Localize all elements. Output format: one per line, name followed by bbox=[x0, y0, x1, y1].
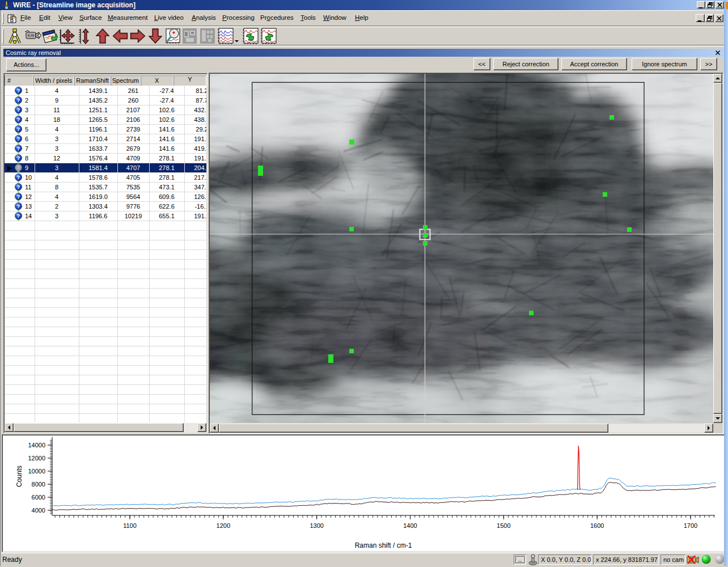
svg-text:Raman shift / cm-1: Raman shift / cm-1 bbox=[355, 541, 412, 549]
svg-text:10000: 10000 bbox=[28, 468, 45, 475]
svg-text:1100: 1100 bbox=[123, 522, 137, 529]
svg-text:1500: 1500 bbox=[497, 522, 510, 529]
svg-text:14000: 14000 bbox=[28, 442, 45, 448]
svg-text:1700: 1700 bbox=[684, 522, 697, 529]
svg-text:?: ? bbox=[17, 174, 20, 180]
svg-text:6000: 6000 bbox=[32, 494, 45, 501]
svg-text:?: ? bbox=[17, 87, 20, 94]
svg-text:1200: 1200 bbox=[217, 522, 230, 529]
svg-text:4000: 4000 bbox=[32, 507, 45, 514]
svg-text:?: ? bbox=[17, 164, 20, 171]
svg-text:?: ? bbox=[17, 213, 20, 219]
svg-text:Counts: Counts bbox=[15, 466, 23, 487]
svg-text:?: ? bbox=[17, 107, 20, 113]
svg-text:?: ? bbox=[17, 193, 20, 200]
svg-text:?: ? bbox=[17, 145, 20, 151]
svg-text:1400: 1400 bbox=[403, 522, 417, 529]
svg-text:?: ? bbox=[17, 97, 20, 103]
svg-text:?: ? bbox=[17, 203, 20, 209]
svg-text:?: ? bbox=[17, 155, 20, 161]
svg-text:12000: 12000 bbox=[28, 455, 45, 462]
svg-text:?: ? bbox=[17, 136, 20, 142]
svg-text:?: ? bbox=[17, 116, 20, 122]
svg-text:1600: 1600 bbox=[590, 522, 604, 529]
svg-text:?: ? bbox=[17, 126, 20, 132]
svg-text:8000: 8000 bbox=[32, 481, 45, 488]
svg-text:?: ? bbox=[17, 184, 20, 190]
svg-text:1300: 1300 bbox=[310, 522, 323, 529]
